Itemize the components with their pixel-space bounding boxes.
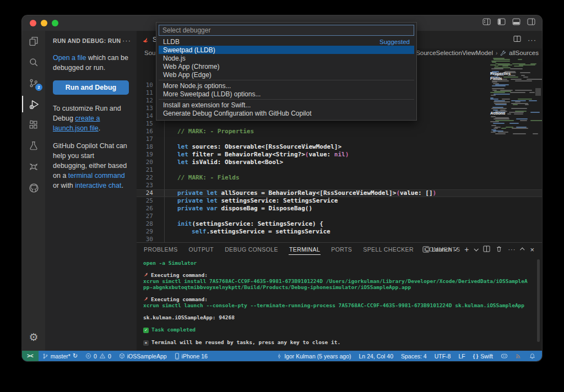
quickpick-item[interactable]: Install an extension for Swift...	[159, 101, 414, 109]
remote-indicator[interactable]: ><	[22, 351, 39, 361]
maximize-panel-icon[interactable]	[520, 247, 524, 252]
notifications-status[interactable]	[525, 353, 542, 360]
code-text: // MARK: - Fields	[163, 174, 240, 182]
activity-search[interactable]	[22, 52, 45, 73]
code-line: 21	[137, 166, 542, 174]
rocket-icon	[143, 272, 148, 278]
editor-scrollbar[interactable]	[535, 88, 541, 96]
device-status[interactable]: iPhone 16	[171, 353, 212, 360]
eol-status[interactable]: LF	[454, 353, 469, 360]
code-line: 27	[137, 213, 542, 220]
settings-gear-icon[interactable]: ⚙	[22, 328, 45, 346]
close-panel-icon[interactable]: ×	[530, 246, 534, 254]
panel-more-actions-icon[interactable]: ···	[508, 246, 516, 253]
problems-status[interactable]: 0 0	[82, 353, 115, 360]
quickpick-item[interactable]: More Node.js options...	[159, 81, 414, 90]
panel-tab-debug-console[interactable]: DEBUG CONSOLE	[224, 244, 279, 255]
interactive-chat-link[interactable]: interactive chat	[75, 182, 121, 189]
quickpick-input[interactable]: Select debugger	[159, 25, 414, 36]
code-text: init(settingsService: SettingsService) {	[163, 220, 323, 228]
git-commit-icon	[276, 353, 282, 360]
vscode-window: 2 ⚙ RUN AND DEBUG: RUN ··· Open a file w…	[22, 15, 542, 361]
terminal-dropdown-icon[interactable]	[474, 247, 479, 251]
customize-layout-icon[interactable]	[482, 18, 491, 25]
kill-terminal-icon[interactable]	[496, 246, 502, 253]
activity-extensions[interactable]	[22, 115, 45, 135]
check-icon: ✓	[454, 246, 459, 253]
terminal-scrollbar[interactable]	[537, 259, 540, 342]
quickpick-item[interactable]: Web App (Edge)	[159, 70, 414, 79]
line-number: 25	[137, 197, 153, 205]
scheme-status[interactable]: iOSSampleApp	[115, 353, 171, 360]
toggle-secondary-sidebar-icon[interactable]	[527, 18, 535, 25]
close-window-button[interactable]	[30, 20, 36, 26]
sidebar-more-actions-icon[interactable]: ···	[122, 39, 131, 42]
line-number: 30	[137, 236, 153, 242]
quickpick-item[interactable]: Generate Debug Configuration with GitHub…	[159, 109, 414, 117]
code-line: 15	[137, 120, 542, 128]
branch-status[interactable]: master* ↻	[39, 352, 82, 360]
panel-tab-output[interactable]: OUTPUT	[188, 244, 215, 255]
split-terminal-icon[interactable]	[483, 246, 490, 253]
breadcrumb-folder[interactable]: Sou	[144, 50, 155, 56]
line-number: 11	[137, 89, 153, 97]
activity-github[interactable]	[22, 177, 45, 198]
scheme-icon	[119, 353, 125, 359]
minimap[interactable]: PropertiesFieldsActions	[487, 58, 542, 140]
run-and-debug-button[interactable]: Run and Debug	[53, 80, 129, 95]
terminal-line	[143, 320, 530, 326]
warning-count: 0	[108, 353, 111, 360]
error-icon	[85, 353, 91, 359]
activity-source-control[interactable]: 2	[22, 73, 45, 94]
files-icon	[29, 36, 39, 46]
panel-tab-problems[interactable]: PROBLEMS	[143, 244, 178, 255]
chevron-right-icon: ›	[496, 50, 497, 56]
indentation-status[interactable]: Spaces: 4	[397, 353, 431, 360]
panel-tab-terminal[interactable]: TERMINAL	[289, 244, 321, 255]
code-line: 19let filter = BehaviorRelay<String?>(va…	[137, 151, 542, 159]
minimap-line	[489, 68, 536, 69]
language-status[interactable]: { } Swift	[469, 353, 497, 360]
quickpick-item[interactable]: More Sweetpad (LLDB) options...	[159, 90, 414, 98]
activity-testing[interactable]	[22, 135, 45, 156]
toggle-panel-icon[interactable]	[512, 18, 520, 25]
terminal-instance[interactable]: Launch ✓	[422, 246, 459, 253]
toggle-primary-sidebar-icon[interactable]	[497, 18, 506, 25]
terminal-line: sk.kulman.iOSSampleApp: 94268	[143, 314, 530, 320]
terminal-output[interactable]: open -a SimulatorExecuting command:xcrun…	[143, 256, 530, 350]
sidebar-title: RUN AND DEBUG: RUN	[53, 37, 122, 44]
panel-tab-spell-checker[interactable]: SPELL CHECKER	[362, 244, 414, 255]
open-a-file-link[interactable]: Open a file	[53, 54, 86, 62]
quickpick-item[interactable]: LLDBSuggested	[159, 37, 414, 46]
terminal-line: Executing command:	[143, 272, 530, 278]
line-number: 16	[137, 128, 153, 135]
new-terminal-button[interactable]: +	[464, 245, 469, 254]
quickpick-item[interactable]: Sweetpad (LLDB)	[159, 46, 414, 54]
copilot-status[interactable]	[497, 353, 512, 359]
panel-tab-ports[interactable]: PORTS	[330, 244, 352, 255]
minimize-window-button[interactable]	[41, 20, 47, 26]
split-editor-icon[interactable]	[513, 35, 521, 45]
scm-badge: 2	[35, 84, 42, 91]
feed-status[interactable]	[512, 353, 525, 359]
rocket-icon	[143, 296, 148, 302]
code-text: private let allSources = BehaviorRelay<[…	[163, 189, 436, 197]
breadcrumb-class[interactable]: SourceSelectionViewModel	[416, 50, 493, 56]
line-number: 18	[137, 143, 153, 151]
activity-run-debug[interactable]	[22, 94, 45, 115]
breadcrumb-member[interactable]: allSources	[509, 50, 539, 56]
cursor-position[interactable]: Ln 24, Col 40	[355, 353, 397, 360]
line-number: 28	[137, 220, 153, 228]
zoom-window-button[interactable]	[52, 20, 58, 26]
code-text: private let settingsService: SettingsSer…	[163, 197, 338, 205]
code-line: 26private var disposeBag = DisposeBag()	[137, 205, 542, 213]
activity-sweetpad[interactable]	[22, 156, 45, 177]
activity-explorer[interactable]	[22, 31, 45, 52]
encoding-status[interactable]: UTF-8	[431, 353, 455, 360]
blame-status[interactable]: Igor Kulman (5 years ago)	[273, 353, 355, 360]
terminal-command-link[interactable]: terminal command	[68, 172, 125, 179]
quickpick-item[interactable]: Web App (Chrome)	[159, 62, 414, 70]
line-number: 14	[137, 112, 153, 120]
quickpick-item[interactable]: Node.js	[159, 54, 414, 62]
editor-more-actions-icon[interactable]: ···	[528, 36, 536, 44]
